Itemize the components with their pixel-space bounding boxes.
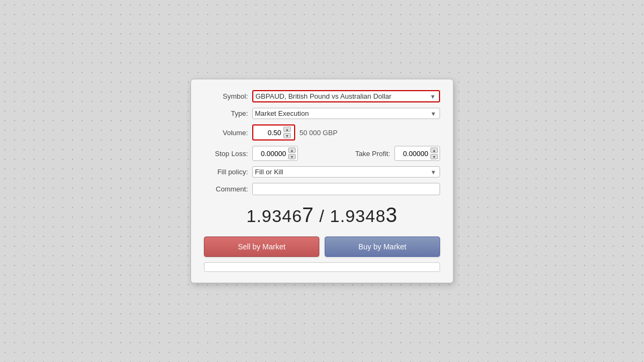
symbol-select[interactable]: GBPAUD, British Pound vs Australian Doll… bbox=[255, 92, 437, 100]
volume-up-button[interactable]: ▲ bbox=[283, 127, 291, 132]
volume-spinner: ▲ ▼ bbox=[283, 126, 291, 139]
stoploss-spinner: ▲ ▼ bbox=[288, 147, 296, 160]
takeprofit-up-button[interactable]: ▲ bbox=[430, 147, 438, 153]
symbol-select-wrapper[interactable]: GBPAUD, British Pound vs Australian Doll… bbox=[252, 90, 440, 102]
ask-price: 1.93483 bbox=[330, 206, 398, 226]
bid-price-last-digit: 7 bbox=[302, 204, 314, 226]
takeprofit-input-wrapper[interactable]: ▲ ▼ bbox=[394, 146, 440, 161]
fill-policy-row: Fill policy: Fill or Kill Return Immedia… bbox=[204, 166, 440, 178]
stoploss-up-button[interactable]: ▲ bbox=[288, 147, 296, 153]
stoploss-section: Stop Loss: ▲ ▼ bbox=[204, 146, 298, 161]
volume-down-button[interactable]: ▼ bbox=[283, 133, 291, 138]
symbol-row: Symbol: GBPAUD, British Pound vs Austral… bbox=[204, 90, 440, 102]
sell-by-market-button[interactable]: Sell by Market bbox=[204, 237, 319, 257]
comment-row: Comment: bbox=[204, 183, 440, 195]
buy-by-market-button[interactable]: Buy by Market bbox=[325, 237, 440, 257]
sl-tp-row: Stop Loss: ▲ ▼ Take Profit: ▲ ▼ bbox=[204, 146, 440, 161]
fill-policy-label: Fill policy: bbox=[204, 168, 252, 176]
volume-unit: 50 000 GBP bbox=[299, 129, 338, 137]
progress-bar bbox=[204, 262, 440, 272]
order-dialog: Symbol: GBPAUD, British Pound vs Austral… bbox=[191, 79, 453, 283]
stoploss-label: Stop Loss: bbox=[204, 150, 252, 158]
type-select-wrapper[interactable]: Market Execution ▼ bbox=[252, 108, 440, 119]
takeprofit-section: Take Profit: ▲ ▼ bbox=[355, 146, 440, 161]
bid-price: 1.93467 bbox=[246, 206, 314, 226]
takeprofit-down-button[interactable]: ▼ bbox=[430, 154, 438, 159]
fill-select-wrapper[interactable]: Fill or Kill Return Immediate or Cancel … bbox=[252, 166, 440, 178]
stoploss-input[interactable] bbox=[254, 150, 287, 158]
volume-input[interactable] bbox=[254, 129, 282, 137]
symbol-label: Symbol: bbox=[204, 92, 252, 100]
comment-label: Comment: bbox=[204, 185, 252, 193]
price-separator: / bbox=[319, 206, 330, 226]
volume-label: Volume: bbox=[204, 129, 252, 137]
stoploss-input-wrapper[interactable]: ▲ ▼ bbox=[252, 146, 298, 161]
fill-select[interactable]: Fill or Kill Return Immediate or Cancel bbox=[255, 168, 437, 176]
takeprofit-input[interactable] bbox=[396, 150, 429, 158]
type-select[interactable]: Market Execution bbox=[255, 109, 437, 117]
type-label: Type: bbox=[204, 109, 252, 117]
price-display: 1.93467 / 1.93483 bbox=[204, 204, 440, 227]
volume-input-wrapper[interactable]: ▲ ▼ bbox=[252, 124, 295, 141]
takeprofit-spinner: ▲ ▼ bbox=[430, 147, 438, 160]
action-buttons-row: Sell by Market Buy by Market bbox=[204, 237, 440, 257]
stoploss-down-button[interactable]: ▼ bbox=[288, 154, 296, 159]
ask-price-last-digit: 3 bbox=[386, 204, 398, 226]
comment-input[interactable] bbox=[252, 183, 440, 195]
volume-row: Volume: ▲ ▼ 50 000 GBP bbox=[204, 124, 440, 141]
takeprofit-label: Take Profit: bbox=[355, 150, 390, 158]
type-row: Type: Market Execution ▼ bbox=[204, 108, 440, 119]
